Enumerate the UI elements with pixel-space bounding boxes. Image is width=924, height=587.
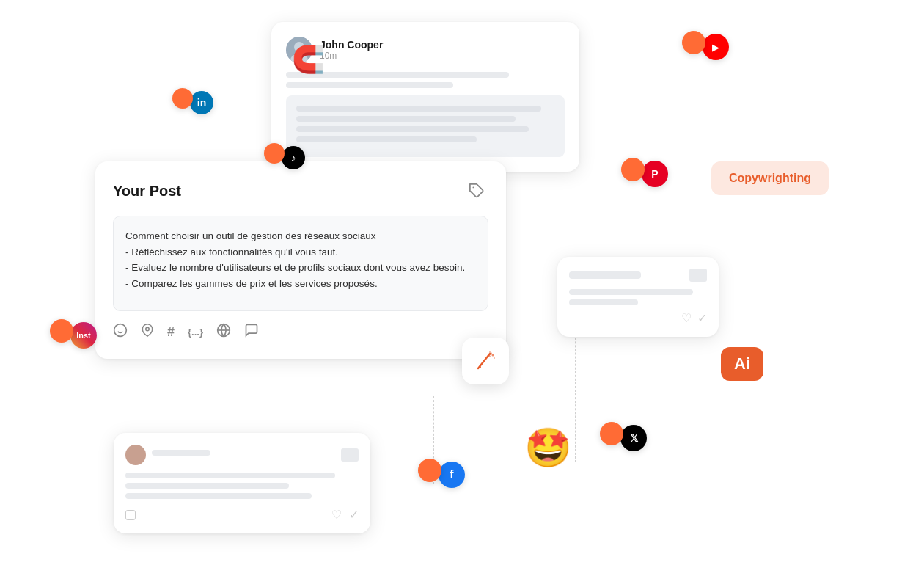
skeleton-img-b bbox=[341, 448, 359, 462]
skeleton-2 bbox=[286, 82, 453, 88]
skeleton-b1 bbox=[152, 450, 210, 456]
tiktok-badge: ♪ bbox=[264, 143, 305, 172]
dashed-line-1 bbox=[575, 316, 576, 462]
post-time: 10m bbox=[320, 51, 383, 61]
heart-icon-bottom[interactable]: ♡ bbox=[331, 508, 342, 522]
svg-point-4 bbox=[114, 324, 127, 337]
svg-point-7 bbox=[146, 327, 150, 331]
card-bottom-actions: ♡ ✓ bbox=[125, 508, 359, 522]
skeleton-5 bbox=[296, 126, 529, 132]
copywriting-label: Copywrighting bbox=[729, 172, 811, 184]
check-icon-bottom[interactable]: ✓ bbox=[349, 508, 359, 522]
svg-point-12 bbox=[494, 357, 495, 359]
heart-icon-right[interactable]: ♡ bbox=[681, 311, 692, 325]
card-top-user-info: John Cooper 10m bbox=[320, 39, 383, 61]
skeleton-img bbox=[689, 269, 707, 282]
skeleton-r3 bbox=[569, 299, 638, 305]
card-main: Your Post Comment choisir un outil de ge… bbox=[95, 161, 506, 359]
post-content[interactable]: Comment choisir un outil de gestion des … bbox=[113, 216, 488, 311]
svg-point-11 bbox=[489, 351, 491, 353]
card-bottom-header bbox=[125, 445, 359, 465]
copywriting-pill: Copywrighting bbox=[711, 161, 829, 195]
emoji-button[interactable] bbox=[113, 323, 128, 341]
instagram-badge: Inst bbox=[50, 319, 97, 351]
facebook-badge: f bbox=[418, 459, 465, 491]
skeleton-b2 bbox=[125, 473, 335, 478]
post-toolbar: # {...} bbox=[113, 323, 488, 341]
magnet-badge: 🧲 bbox=[292, 44, 325, 75]
checkbox-bottom[interactable] bbox=[125, 510, 136, 520]
skeleton-6 bbox=[296, 136, 477, 142]
magic-button[interactable] bbox=[462, 338, 509, 384]
skeleton-r2 bbox=[569, 289, 693, 295]
skeleton-3 bbox=[296, 106, 541, 112]
skeleton-b3 bbox=[125, 483, 289, 489]
ai-badge: Ai bbox=[721, 347, 763, 381]
star-emoji: 🤩 bbox=[524, 426, 572, 470]
your-post-title: Your Post bbox=[113, 183, 181, 200]
skeleton-4 bbox=[296, 116, 516, 122]
skeleton-b4 bbox=[125, 493, 312, 499]
card-right: ♡ ✓ bbox=[557, 257, 719, 337]
card-bottom: ♡ ✓ bbox=[114, 433, 370, 533]
svg-point-10 bbox=[492, 354, 494, 357]
skeleton-block bbox=[286, 95, 565, 157]
code-button[interactable]: {...} bbox=[188, 327, 203, 338]
skeleton-r1 bbox=[569, 271, 641, 279]
earth-button[interactable] bbox=[216, 323, 231, 341]
hashtag-button[interactable]: # bbox=[167, 324, 175, 340]
avatar-bottom bbox=[125, 445, 146, 465]
tag-icon[interactable] bbox=[465, 179, 488, 203]
twitter-badge: 𝕏 bbox=[600, 422, 647, 454]
ai-label: Ai bbox=[734, 354, 750, 373]
user-name: John Cooper bbox=[320, 39, 383, 51]
linkedin-badge: in bbox=[172, 88, 213, 117]
pinterest-badge: P bbox=[621, 158, 668, 190]
youtube-badge: ▶ bbox=[682, 31, 729, 63]
card-top-header: John Cooper 10m bbox=[286, 37, 565, 63]
scene: John Cooper 10m Your Post Comment choisi… bbox=[0, 0, 924, 587]
card-main-header: Your Post bbox=[113, 179, 488, 203]
comment-button[interactable] bbox=[244, 323, 259, 341]
location-button[interactable] bbox=[141, 323, 154, 341]
check-icon-right[interactable]: ✓ bbox=[697, 311, 707, 325]
